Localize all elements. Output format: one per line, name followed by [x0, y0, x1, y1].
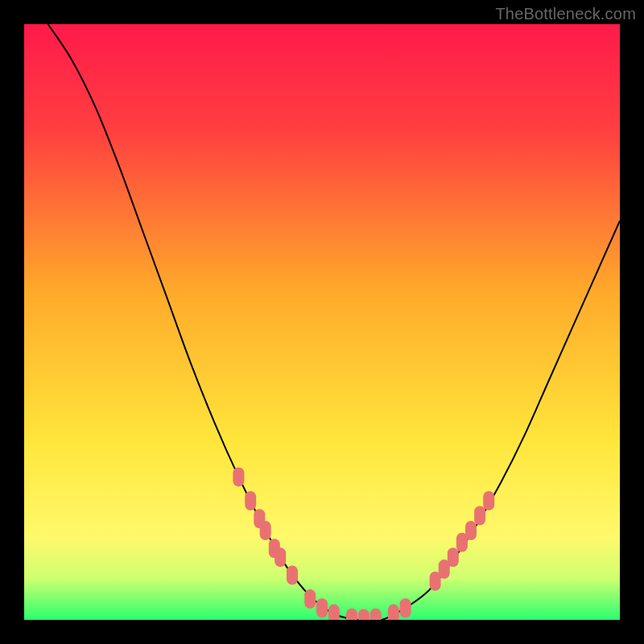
data-marker — [316, 598, 328, 617]
data-marker — [388, 605, 399, 620]
data-marker — [245, 491, 256, 510]
data-marker — [346, 609, 357, 620]
data-marker — [370, 609, 382, 620]
data-marker — [233, 467, 244, 486]
chart-svg — [24, 24, 620, 620]
data-marker — [465, 521, 477, 540]
data-marker — [483, 491, 494, 510]
data-marker — [304, 589, 316, 609]
chart-plot — [24, 24, 620, 620]
data-marker — [275, 547, 286, 567]
data-marker — [400, 598, 411, 617]
data-marker — [260, 521, 271, 540]
data-marker — [358, 609, 369, 620]
data-marker — [448, 547, 459, 567]
watermark-text: TheBottleneck.com — [495, 5, 636, 23]
data-marker — [328, 605, 340, 620]
data-marker — [474, 506, 485, 526]
data-marker — [287, 566, 298, 585]
chart-background — [24, 24, 620, 620]
